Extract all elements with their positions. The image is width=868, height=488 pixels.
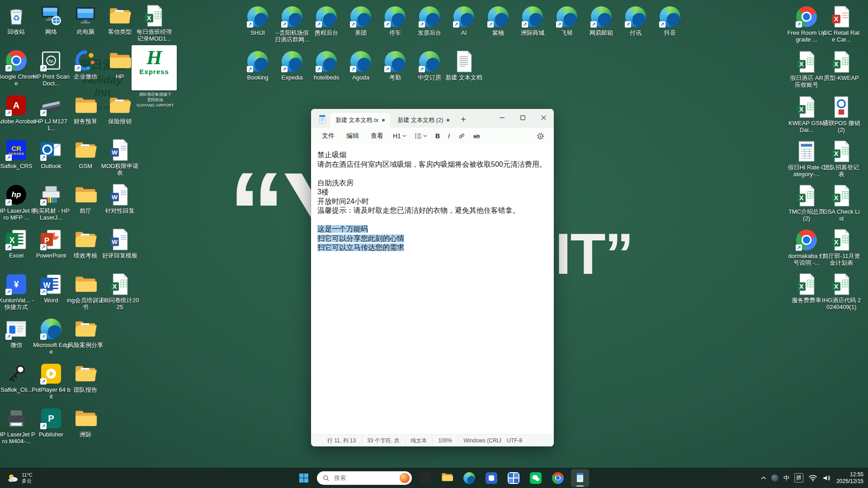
minimize-button[interactable] xyxy=(491,109,512,126)
desktop-icon[interactable]: XTMC介绍总页(2) xyxy=(787,184,826,222)
taskbar-pinned-app-grid-icon[interactable] xyxy=(505,469,523,487)
desktop-icon[interactable]: SHIJI xyxy=(238,5,277,36)
new-tab-button[interactable] xyxy=(457,113,470,126)
desktop-icon[interactable]: 洲际商城 xyxy=(513,5,552,36)
desktop-icon[interactable]: GSM xyxy=(66,139,105,169)
desktop-icon[interactable]: ♻回收站 xyxy=(0,5,36,35)
desktop-icon[interactable]: PotPlayer 64 bit xyxy=(32,362,71,400)
desktop-icon[interactable]: hpHP LaserJet Pro MFP ... xyxy=(0,183,36,221)
taskbar-pinned-app-blue-icon[interactable] xyxy=(482,469,500,487)
desktop-icon[interactable]: 客信类型 xyxy=(100,5,139,35)
settings-button[interactable] xyxy=(533,131,547,142)
desktop-icon[interactable]: hpHP Print Scan Doct... xyxy=(32,49,71,87)
start-button[interactable] xyxy=(295,469,313,487)
desktop-icon[interactable]: WWord xyxy=(32,273,71,304)
desktop-icon[interactable]: 考勤 xyxy=(376,50,415,81)
volume-icon[interactable] xyxy=(822,474,831,482)
desktop-icon[interactable]: X房型-KWEAP xyxy=(822,51,861,81)
desktop-icon[interactable]: Outlook xyxy=(32,139,71,169)
desktop-icon[interactable]: 绩效考核 xyxy=(66,228,105,259)
taskbar-clock[interactable]: 12:55 2025/12/15 xyxy=(836,471,863,485)
desktop-icon[interactable]: Booking xyxy=(238,50,277,81)
desktop-icon[interactable]: XHB问卷统计2025 xyxy=(100,273,139,310)
tab-active[interactable]: 新建 文本文档.tx xyxy=(330,113,390,128)
desktop-icon[interactable]: X服务费费率 xyxy=(787,273,826,304)
desktop-icon[interactable]: PPublisher xyxy=(32,407,71,438)
list-dropdown[interactable] xyxy=(411,131,430,141)
menu-文件[interactable]: 文件 xyxy=(317,130,339,142)
desktop-icon[interactable]: 微信 xyxy=(0,318,36,348)
desktop-icon[interactable]: AAdobe Acrobat xyxy=(0,94,36,125)
desktop-icon[interactable]: 风险案例分享 xyxy=(66,318,105,348)
desktop-icon[interactable]: WMOD权限申请表 xyxy=(100,139,139,176)
desktop-icon[interactable]: Expedia xyxy=(273,50,311,81)
desktop-icon[interactable]: PPowerPoint xyxy=(32,228,71,259)
desktop-icon[interactable]: 飞猪 xyxy=(547,5,586,36)
tray-app-icon[interactable] xyxy=(771,474,778,482)
desktop-icon[interactable]: 团队报告 xyxy=(66,362,105,393)
search-input[interactable] xyxy=(333,474,396,482)
tray-chevron-icon[interactable] xyxy=(761,476,766,480)
search-highlight-icon[interactable] xyxy=(400,473,410,483)
taskbar-file-explorer-icon[interactable] xyxy=(438,469,456,487)
menu-查看[interactable]: 查看 xyxy=(366,130,388,142)
desktop-icon[interactable]: Agoda xyxy=(341,50,380,81)
taskbar-chrome-icon[interactable] xyxy=(549,469,567,487)
taskbar-notepad-icon[interactable] xyxy=(571,469,589,487)
desktop-icon[interactable]: XKWEAP GSM Dai... xyxy=(787,96,826,133)
ime-language-indicator[interactable]: 中 xyxy=(783,474,789,482)
desktop-icon[interactable]: 抖音 xyxy=(651,5,689,36)
desktop-icon[interactable]: Google Chrome xyxy=(0,49,36,87)
desktop-icon[interactable]: 保险报销 xyxy=(100,94,139,125)
desktop-icon[interactable]: Saflok_Cli... xyxy=(0,362,36,393)
maximize-button[interactable] xyxy=(512,109,533,126)
desktop-icon[interactable]: HP LaserJet Pro M404-... xyxy=(0,407,36,445)
desktop-icon[interactable]: ¥KunlunVat... - 快捷方式 xyxy=(0,273,36,310)
close-button[interactable] xyxy=(533,109,554,126)
desktop-icon[interactable]: XIHG酒店代码 20240409(1) xyxy=(822,273,861,310)
desktop-icon[interactable]: 美团 xyxy=(341,5,380,36)
desktop-icon[interactable]: 网络 xyxy=(32,5,71,35)
desktop-icon[interactable]: W针对性回复 xyxy=(100,183,139,214)
desktop-icon[interactable]: 新建 文本文档 xyxy=(444,50,483,81)
desktop-icon[interactable]: 紫楠 xyxy=(479,5,518,36)
tab-inactive[interactable]: 新建 文本文档 (2) xyxy=(392,113,455,128)
desktop-icon[interactable]: 财务预算 xyxy=(66,94,105,125)
taskbar-search[interactable] xyxy=(317,471,412,485)
desktop-icon[interactable]: XGC Retail Rate Car... xyxy=(822,5,861,43)
italic-button[interactable]: I xyxy=(445,131,453,141)
desktop-icon[interactable]: 前厅 xyxy=(66,183,105,214)
desktop-icon[interactable]: 通联POS 撤销(2) xyxy=(822,96,861,133)
desktop-icon[interactable]: --贵阳机场假日酒店群网... xyxy=(273,5,311,43)
desktop-icon[interactable]: hotelbeds xyxy=(307,50,346,81)
desktop-icon[interactable]: 假日HI Rate Category-... xyxy=(787,140,826,178)
heading-dropdown[interactable]: H1 xyxy=(390,131,410,141)
desktop-icon[interactable]: 付讯 xyxy=(616,5,655,36)
desktop-icon[interactable]: 携程后台 xyxy=(307,5,346,36)
clear-formatting-button[interactable]: ab xyxy=(470,131,483,141)
desktop-icon[interactable]: 洲际 xyxy=(66,407,105,438)
editor-textarea[interactable]: 禁止吸烟请勿在酒店任何室内区域吸烟，客房内吸烟将会被收取500元清洁费用。 自助… xyxy=(311,144,554,434)
desktop-icon[interactable]: X假日酒店 AR 应收账号 xyxy=(787,51,826,88)
desktop-icon[interactable]: 企业微信 xyxy=(66,49,105,80)
network-icon[interactable] xyxy=(808,474,817,482)
desktop-icon[interactable]: 网易邮箱 xyxy=(582,5,621,36)
desktop-icon[interactable]: 停车 xyxy=(376,5,415,36)
desktop-icon[interactable]: W好评回复模板 xyxy=(100,228,139,259)
desktop-icon[interactable]: dormakaba 灯号说明 -... xyxy=(787,229,826,266)
desktop-icon[interactable]: 发票后台 xyxy=(410,5,449,36)
desktop-icon[interactable]: AI xyxy=(444,5,483,36)
desktop-icon[interactable]: Microsoft Edge xyxy=(32,318,71,355)
desktop-icon[interactable]: X前厅部-11月资金计划表 xyxy=(822,229,861,266)
link-button[interactable] xyxy=(455,131,468,141)
bold-button[interactable]: B xyxy=(432,131,443,141)
desktop-icon[interactable]: ing会员培训证书 xyxy=(66,273,105,310)
desktop-icon[interactable]: 此电脑 xyxy=(66,5,105,35)
desktop-icon[interactable]: CRSERVERSaflok_CRS xyxy=(0,139,36,169)
desktop-icon[interactable]: X团队招募登记表 xyxy=(822,140,861,178)
desktop-icon[interactable]: X每日值班经理记录MOD1... xyxy=(135,5,174,42)
desktop-icon[interactable]: XGSA Check List xyxy=(822,184,861,222)
desktop-icon[interactable]: HP xyxy=(100,49,139,80)
desktop-icon[interactable]: Free Room Upgrade ... xyxy=(787,5,826,43)
menu-编辑[interactable]: 编辑 xyxy=(342,130,363,142)
